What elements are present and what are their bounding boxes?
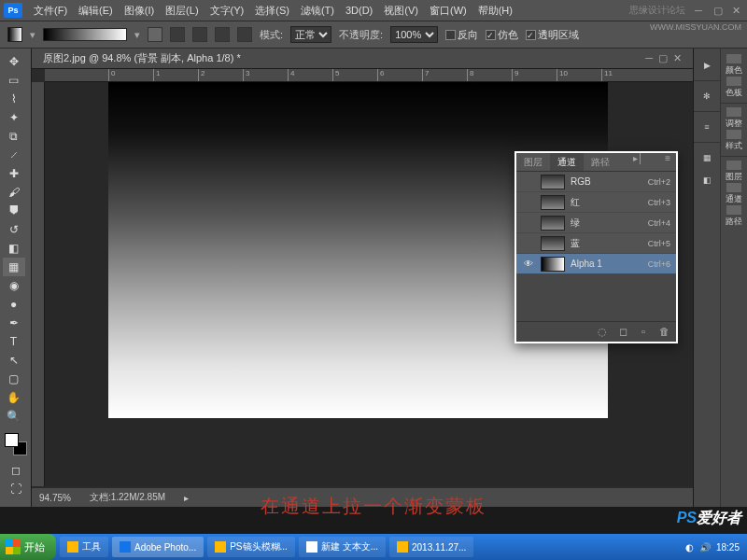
panel-menu-icon[interactable]: ≡ <box>659 153 676 171</box>
window-minimize-icon[interactable]: ─ <box>695 5 706 16</box>
vertical-ruler <box>32 82 45 486</box>
reverse-checkbox[interactable] <box>445 30 456 40</box>
tab-layers[interactable]: 图层 <box>516 153 550 171</box>
menu-3d[interactable]: 3D(D) <box>340 5 378 16</box>
panel-paths[interactable]: 路径 <box>721 205 747 228</box>
dropdown-arrow-icon[interactable]: ▾ <box>134 29 140 41</box>
tray-icon[interactable]: ◐ <box>685 542 694 553</box>
gradient-swatch-icon[interactable] <box>7 27 22 42</box>
eyedropper-tool-icon[interactable]: ⟋ <box>3 146 25 164</box>
channel-green[interactable]: 绿Ctrl+4 <box>516 213 676 233</box>
menu-type[interactable]: 文字(Y) <box>204 4 250 18</box>
gradient-editor[interactable] <box>43 28 127 41</box>
menu-help[interactable]: 帮助(H) <box>472 4 518 18</box>
hand-tool-icon[interactable]: ✋ <box>3 388 25 407</box>
menu-window[interactable]: 窗口(W) <box>424 4 472 18</box>
eraser-tool-icon[interactable]: ◧ <box>3 239 25 258</box>
document-tab[interactable]: 原图2.jpg @ 94.8% (背景 副本, Alpha 1/8) * ─ ▢… <box>32 49 693 69</box>
wand-tool-icon[interactable]: ✦ <box>3 108 25 127</box>
menu-layer[interactable]: 图层(L) <box>160 4 204 18</box>
menu-select[interactable]: 选择(S) <box>249 4 295 18</box>
panel-color[interactable]: 颜色 <box>721 54 747 77</box>
channel-blue[interactable]: 蓝Ctrl+5 <box>516 233 676 254</box>
new-channel-icon[interactable]: ▫ <box>637 326 650 339</box>
tutorial-caption: 在通道上拉一个渐变蒙板 <box>0 494 747 519</box>
panel-swatches[interactable]: 色板 <box>721 77 747 99</box>
zoom-tool-icon[interactable]: 🔍 <box>3 407 25 426</box>
radial-gradient-icon[interactable] <box>170 27 185 42</box>
system-tray[interactable]: ◐ 🔊 18:25 <box>678 542 747 553</box>
quickmask-icon[interactable]: ◻ <box>5 461 27 480</box>
folder-icon <box>67 541 78 553</box>
taskbar-item[interactable]: PS镜头模糊... <box>207 537 295 557</box>
window-maximize-icon[interactable]: ▢ <box>713 5 725 16</box>
doc-close-icon[interactable]: ✕ <box>673 52 682 64</box>
visibility-icon[interactable]: 👁 <box>522 259 535 269</box>
tab-channels[interactable]: 通道 <box>550 153 584 171</box>
panel-adjustments[interactable]: 调整 <box>721 107 747 130</box>
healing-tool-icon[interactable]: ✚ <box>3 164 25 183</box>
channel-rgb[interactable]: RGBCtrl+2 <box>516 172 676 192</box>
shape-tool-icon[interactable]: ▢ <box>3 370 25 388</box>
type-tool-icon[interactable]: T <box>3 332 25 351</box>
diamond-gradient-icon[interactable] <box>237 27 252 42</box>
pen-tool-icon[interactable]: ✒ <box>3 314 25 332</box>
doc-maximize-icon[interactable]: ▢ <box>658 52 668 64</box>
panel-icon-properties[interactable]: ▦ <box>694 147 720 169</box>
panel-icon-history[interactable]: ≡ <box>694 116 720 138</box>
tab-paths[interactable]: 路径 <box>584 153 617 171</box>
menu-filter[interactable]: 滤镜(T) <box>295 4 340 18</box>
notepad-icon <box>306 541 317 553</box>
doc-minimize-icon[interactable]: ─ <box>645 52 653 64</box>
taskbar-item[interactable]: 新建 文本文... <box>299 537 386 557</box>
channel-alpha1[interactable]: 👁Alpha 1Ctrl+6 <box>516 254 676 274</box>
menu-view[interactable]: 视图(V) <box>378 4 424 18</box>
marquee-tool-icon[interactable]: ▭ <box>3 71 25 90</box>
color-swatches[interactable] <box>5 433 27 455</box>
panel-icon-adjust[interactable]: ✻ <box>694 85 720 107</box>
panel-icon-info[interactable]: ◧ <box>694 169 720 191</box>
blend-mode-select[interactable]: 正常 <box>290 26 331 43</box>
panel-channels[interactable]: 通道 <box>721 183 747 205</box>
panel-icon-play[interactable]: ▶ <box>694 54 720 77</box>
history-brush-icon[interactable]: ↺ <box>3 220 25 239</box>
menu-edit[interactable]: 编辑(E) <box>73 4 119 18</box>
dither-checkbox[interactable] <box>486 30 496 40</box>
folder-icon <box>215 541 226 553</box>
reflected-gradient-icon[interactable] <box>215 27 230 42</box>
move-tool-icon[interactable]: ✥ <box>3 52 25 71</box>
panel-styles[interactable]: 样式 <box>721 130 747 152</box>
panel-collapse-icon[interactable]: ▸│ <box>627 153 649 171</box>
crop-tool-icon[interactable]: ⧉ <box>3 127 25 146</box>
menu-image[interactable]: 图像(I) <box>119 4 160 18</box>
foreground-color[interactable] <box>5 433 19 447</box>
dropdown-arrow-icon[interactable]: ▾ <box>30 29 35 41</box>
transparency-label: 透明区域 <box>538 29 579 40</box>
window-close-icon[interactable]: ✕ <box>732 5 743 16</box>
taskbar-item[interactable]: 2013.11.27... <box>389 537 473 557</box>
opacity-input[interactable]: 100% <box>390 26 438 43</box>
transparency-checkbox[interactable] <box>526 30 536 40</box>
menu-bar: Ps 文件(F) 编辑(E) 图像(I) 图层(L) 文字(Y) 选择(S) 滤… <box>0 0 747 21</box>
linear-gradient-icon[interactable] <box>148 27 162 42</box>
stamp-tool-icon[interactable]: ⛊ <box>3 202 25 220</box>
document-title: 原图2.jpg @ 94.8% (背景 副本, Alpha 1/8) * <box>43 51 241 65</box>
taskbar-item[interactable]: Adobe Photo... <box>112 537 204 557</box>
load-selection-icon[interactable]: ◌ <box>596 326 609 339</box>
path-tool-icon[interactable]: ↖ <box>3 351 25 370</box>
lasso-tool-icon[interactable]: ⌇ <box>3 90 25 108</box>
channel-red[interactable]: 红Ctrl+3 <box>516 192 676 213</box>
angle-gradient-icon[interactable] <box>192 27 207 42</box>
options-bar: ▾ ▾ 模式: 正常 不透明度: 100% 反向 仿色 透明区域 <box>0 21 747 49</box>
panel-layers[interactable]: 图层 <box>721 161 747 183</box>
blur-tool-icon[interactable]: ◉ <box>3 276 25 295</box>
delete-channel-icon[interactable]: 🗑 <box>657 326 670 339</box>
start-button[interactable]: 开始 <box>0 534 56 560</box>
save-selection-icon[interactable]: ◻ <box>616 326 629 339</box>
menu-file[interactable]: 文件(F) <box>28 4 73 18</box>
taskbar-item[interactable]: 工具 <box>60 537 108 557</box>
dodge-tool-icon[interactable]: ● <box>3 295 25 314</box>
gradient-tool-icon[interactable]: ▦ <box>3 258 25 276</box>
tray-icon[interactable]: 🔊 <box>699 542 711 553</box>
brush-tool-icon[interactable]: 🖌 <box>3 183 25 202</box>
